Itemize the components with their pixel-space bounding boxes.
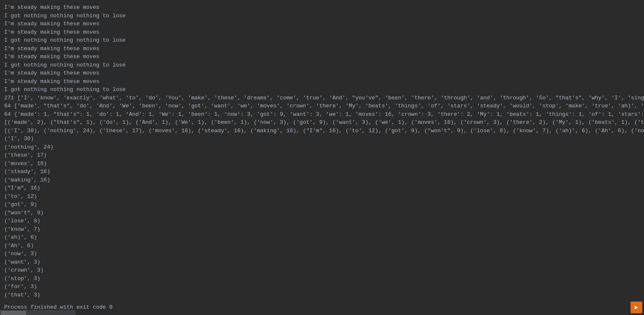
output-line: I'm steady making these moves (4, 53, 640, 61)
output-line: ("I'm", 16) (4, 184, 640, 192)
output-line: 64 {'made': 1, "that's": 1, 'do': 1, 'An… (4, 110, 640, 119)
icon-label: ▶ (635, 303, 638, 312)
output-line: ('want', 3) (4, 258, 640, 267)
cursor-line (4, 312, 640, 315)
output-line: I'm steady making these moves (4, 45, 640, 53)
output-line: ('that', 3) (4, 291, 640, 299)
output-line: ('these', 17) (4, 151, 640, 160)
output-line: [('made', 2), ("that's", 1), ('do', 1), … (4, 118, 640, 127)
output-line: ("won't", 9) (4, 209, 640, 217)
output-line: ('for', 3) (4, 283, 640, 291)
output-line: ('stop', 3) (4, 275, 640, 283)
output-line: I got nothing nothing nothing to lose (4, 61, 640, 69)
output-line: I got nothing nothing nothing to lose (4, 12, 640, 20)
output-line: ('lose', 8) (4, 217, 640, 225)
output-line: I'm steady making these moves (4, 28, 640, 37)
bottom-right-icon[interactable]: ▶ (631, 302, 642, 313)
output-line: I got nothing nothing nothing to lose (4, 85, 640, 94)
output-line: I got nothing nothing nothing to lose (4, 36, 640, 45)
output-line: ('moves', 16) (4, 160, 640, 168)
output-line: I'm steady making these moves (4, 20, 640, 28)
output-line: ('I', 30) (4, 135, 640, 143)
output-line: ('to', 12) (4, 192, 640, 201)
output-line: ('nothing', 24) (4, 143, 640, 152)
output-line: ('know', 7) (4, 225, 640, 234)
output-lines: I'm steady making these movesI got nothi… (4, 3, 640, 299)
output-line: ('Ah', 6) (4, 242, 640, 250)
output-line: I'm steady making these moves (4, 77, 640, 86)
scrollbar[interactable] (0, 310, 76, 315)
exit-message: Process finished with exit code 0 (4, 303, 640, 312)
output-line: I'm steady making these moves (4, 69, 640, 77)
output-line: 271 ['I', 'know', 'exactly', 'what', 'to… (4, 94, 640, 102)
output-line: 64 ['made', "that's", 'do', 'And', 'We',… (4, 102, 640, 110)
output-line: ('ah)', 6) (4, 233, 640, 242)
output-line: ('crown', 3) (4, 266, 640, 275)
output-area: I'm steady making these movesI got nothi… (4, 3, 640, 315)
output-line: ('got', 9) (4, 200, 640, 209)
output-line: I'm steady making these moves (4, 3, 640, 12)
output-line: ('steady', 16) (4, 168, 640, 176)
output-line: ('now', 3) (4, 250, 640, 258)
scrollbar-thumb[interactable] (1, 311, 26, 315)
output-line: ('making', 16) (4, 176, 640, 184)
output-line: [('I', 30), ('nothing', 24), ('these', 1… (4, 127, 640, 135)
